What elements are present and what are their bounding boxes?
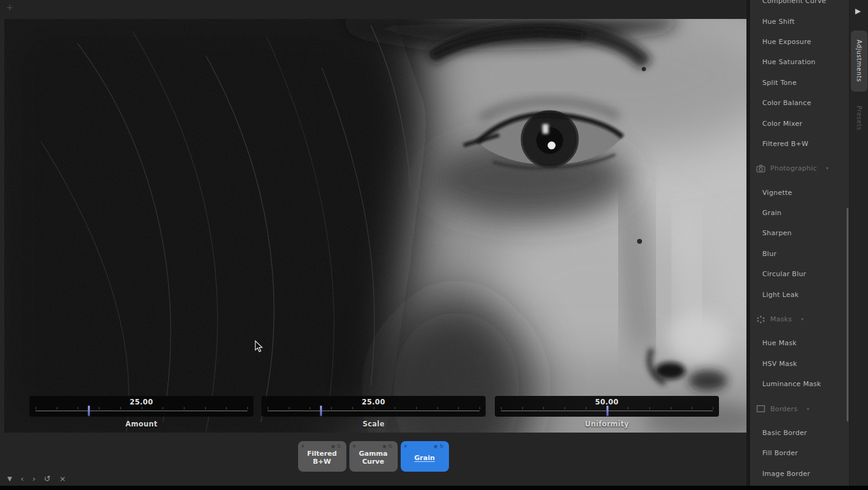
adjustments-sidebar: Component CurveHue ShiftHue ExposureHue … bbox=[750, 0, 849, 486]
sidebar-item-image-border[interactable]: Image Border bbox=[750, 464, 849, 484]
reset-history-icon[interactable]: ↺ bbox=[44, 475, 51, 483]
sidebar-item-color-mixer[interactable]: Color Mixer bbox=[750, 113, 849, 133]
filter-button-grain[interactable]: ×◉↻Grain bbox=[401, 441, 449, 472]
sidebar-section-masks[interactable]: Masks▾ bbox=[750, 309, 849, 329]
slider-track-area[interactable]: 50.00 bbox=[495, 396, 719, 417]
slider-handle[interactable] bbox=[320, 406, 322, 416]
slider-label: Uniformity bbox=[495, 420, 719, 428]
sidebar-item-sharpen[interactable]: Sharpen bbox=[750, 223, 849, 243]
slider-tick bbox=[142, 407, 142, 409]
sidebar-label: Color Mixer bbox=[762, 120, 803, 128]
sidebar-item-blur[interactable]: Blur bbox=[750, 244, 849, 264]
sidebar-item-vignette[interactable]: Vignette bbox=[750, 183, 849, 203]
sidebar-item-color-balance[interactable]: Color Balance bbox=[750, 93, 849, 113]
undo-icon[interactable]: ‹ bbox=[21, 475, 24, 483]
remove-filter-icon[interactable]: × bbox=[301, 442, 305, 450]
sidebar-section-photographic[interactable]: Photographic▾ bbox=[750, 158, 849, 178]
sidebar-scrollbar[interactable] bbox=[847, 208, 848, 422]
sidebar-item-grain[interactable]: Grain bbox=[750, 203, 849, 223]
tab-presets[interactable]: Presets bbox=[851, 98, 867, 138]
slider-tick bbox=[501, 407, 501, 409]
filter-button-gamma-curve[interactable]: ×◉↻Gamma Curve bbox=[349, 441, 398, 472]
slider-tick bbox=[35, 407, 36, 409]
applied-filters-row: ×◉↻Filtered B+W×◉↻Gamma Curve×◉↻Grain bbox=[0, 441, 746, 472]
close-filter-icon[interactable]: × bbox=[59, 475, 66, 483]
slider-tick bbox=[543, 407, 544, 409]
slider-tick bbox=[586, 407, 586, 409]
sidebar-label: Light Leak bbox=[762, 291, 799, 299]
remove-filter-icon[interactable]: × bbox=[404, 442, 408, 450]
filter-visibility-reset-icons[interactable]: ◉↻ bbox=[434, 442, 446, 450]
sidebar-item-light-leak[interactable]: Light Leak bbox=[750, 284, 849, 304]
slider-track-area[interactable]: 25.00 bbox=[261, 396, 486, 417]
slider-tick bbox=[649, 407, 650, 409]
slider-tick bbox=[713, 407, 713, 409]
filter-visibility-reset-icons[interactable]: ◉↻ bbox=[382, 442, 395, 450]
slider-tick bbox=[374, 407, 374, 409]
sidebar-item-filtered-b-w[interactable]: Filtered B+W bbox=[750, 134, 849, 154]
sidebar-label: Hue Shift bbox=[762, 18, 795, 26]
sidebar-label: Split Tone bbox=[762, 79, 797, 87]
filter-button-filtered-b-w[interactable]: ×◉↻Filtered B+W bbox=[298, 441, 346, 472]
remove-filter-icon[interactable]: × bbox=[352, 442, 357, 450]
border-icon bbox=[756, 404, 765, 413]
chevron-down-icon: ▾ bbox=[801, 316, 804, 322]
slider-tick bbox=[289, 407, 290, 409]
chevron-down-icon: ▾ bbox=[807, 406, 809, 412]
photo-canvas[interactable]: 25.00Amount25.00Scale50.00Uniformity bbox=[4, 19, 746, 433]
add-icon[interactable]: + bbox=[6, 2, 13, 12]
slider-tick bbox=[99, 407, 100, 409]
masks-icon bbox=[756, 315, 765, 324]
slider-tick bbox=[205, 407, 206, 409]
slider-label: Scale bbox=[261, 420, 486, 428]
slider-track[interactable] bbox=[35, 411, 247, 411]
portrait-photo bbox=[4, 19, 746, 433]
sidebar-item-circular-blur[interactable]: Circular Blur bbox=[750, 264, 849, 284]
sidebar-item-split-tone[interactable]: Split Tone bbox=[750, 73, 849, 93]
expand-panel-icon[interactable]: ▶ bbox=[855, 7, 861, 15]
filter-button-label: Gamma Curve bbox=[353, 450, 394, 466]
slider-handle[interactable] bbox=[607, 406, 608, 416]
filter-visibility-reset-icons[interactable]: ◉↻ bbox=[331, 442, 343, 450]
redo-icon[interactable]: › bbox=[32, 475, 35, 483]
slider-tick bbox=[226, 407, 227, 409]
slider-tick bbox=[310, 407, 310, 409]
slider-tick bbox=[331, 407, 332, 409]
sidebar-label: Grain bbox=[762, 209, 781, 217]
sidebar-item-basic-border[interactable]: Basic Border bbox=[750, 423, 849, 443]
sidebar-item-fill-border[interactable]: Fill Border bbox=[750, 443, 849, 463]
slider-tick bbox=[458, 407, 459, 409]
slider-tick bbox=[416, 407, 417, 409]
tab-adjustments[interactable]: Adjustments bbox=[851, 31, 867, 92]
chevron-down-icon: ▾ bbox=[826, 166, 828, 171]
sidebar-item-hsv-mask[interactable]: HSV Mask bbox=[750, 354, 849, 374]
sidebar-item-hue-saturation[interactable]: Hue Saturation bbox=[750, 52, 849, 72]
slider-tick bbox=[395, 407, 395, 409]
slider-tick bbox=[184, 407, 184, 409]
sidebar-item-luminance-mask[interactable]: Luminance Mask bbox=[750, 374, 849, 394]
sidebar-section-borders[interactable]: Borders▾ bbox=[750, 398, 849, 419]
sidebar-item-component-curve[interactable]: Component Curve bbox=[750, 0, 849, 11]
sidebar-label: Image Border bbox=[762, 470, 810, 478]
sidebar-label: Basic Border bbox=[762, 429, 807, 437]
top-bar: + bbox=[0, 0, 746, 19]
sidebar-label: Blur bbox=[762, 250, 776, 258]
slider-value: 25.00 bbox=[29, 398, 253, 406]
slider-track[interactable] bbox=[268, 411, 480, 411]
history-controls: ▼‹›↺× bbox=[7, 475, 66, 483]
slider-track-area[interactable]: 25.00 bbox=[29, 396, 253, 417]
slider-handle[interactable] bbox=[88, 406, 90, 416]
slider-tick bbox=[671, 407, 671, 409]
filter-button-label: Filtered B+W bbox=[302, 450, 343, 466]
slider-track[interactable] bbox=[501, 411, 713, 411]
sidebar-item-hue-shift[interactable]: Hue Shift bbox=[750, 11, 849, 31]
slider-tick bbox=[352, 407, 353, 409]
slider-label: Amount bbox=[29, 420, 253, 428]
sidebar-label: Vignette bbox=[762, 189, 792, 197]
collapse-panel-icon[interactable]: ▼ bbox=[7, 475, 12, 483]
slider-tick bbox=[691, 407, 692, 409]
sidebar-item-hue-exposure[interactable]: Hue Exposure bbox=[750, 32, 849, 52]
camera-icon bbox=[756, 164, 765, 173]
sidebar-item-hue-mask[interactable]: Hue Mask bbox=[750, 333, 849, 353]
slider-tick bbox=[268, 407, 268, 409]
